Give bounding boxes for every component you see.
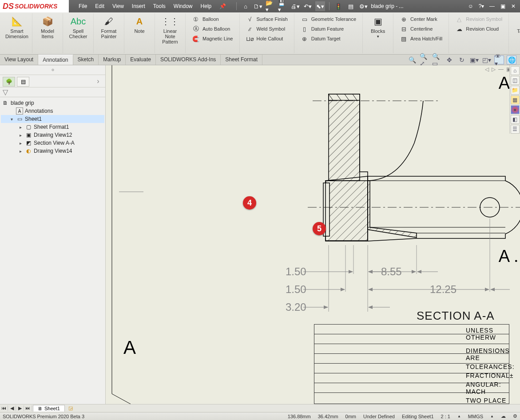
auto-balloon-button[interactable]: ⒶAuto Balloon (190, 24, 235, 33)
select-icon[interactable]: ⬉▾ (315, 1, 325, 11)
note-button[interactable]: ANote (127, 14, 152, 35)
rotate-icon[interactable]: ↻ (457, 55, 467, 64)
tp-appearances-icon[interactable]: ● (511, 105, 520, 114)
sheet-tab-1[interactable]: 🗎Sheet1 (33, 405, 65, 412)
model-items-button[interactable]: 📦Model Items (35, 14, 60, 40)
hole-callout-button[interactable]: ⊔⌀Hole Callout (244, 34, 290, 43)
spell-checker-button[interactable]: AbcSpell Checker (66, 14, 91, 40)
tab-annotation[interactable]: Annotation (38, 55, 73, 65)
tab-sheet-format[interactable]: Sheet Format (221, 55, 262, 65)
tree-sheet1[interactable]: ▾▭Sheet1 (1, 115, 104, 123)
new-icon[interactable]: 🗋▾ (253, 1, 263, 11)
chevron-down-icon[interactable]: ▾ (9, 117, 14, 122)
status-gear-icon[interactable]: ⚙ (513, 413, 517, 419)
hide-show-icon[interactable]: 👁▾ (494, 55, 504, 64)
tp-resources-icon[interactable]: ◫ (511, 76, 520, 85)
fm-property-tab[interactable]: ▤ (17, 77, 29, 87)
menu-edit[interactable]: Edit (91, 1, 108, 11)
sheet-prev-icon[interactable]: ◀ (8, 405, 16, 411)
sheet-first-icon[interactable]: ⏮ (0, 405, 8, 411)
tree-view14[interactable]: ▸◐Drawing View14 (1, 147, 104, 155)
zoom-fit-icon[interactable]: 🔍⤢ (420, 55, 429, 64)
zoom-window-icon[interactable]: 🔍 (407, 55, 417, 64)
weld-symbol-button[interactable]: ⫽Weld Symbol (244, 24, 290, 33)
menu-view[interactable]: View (109, 1, 127, 11)
undo-icon[interactable]: ↶▾ (303, 1, 313, 11)
smart-dimension-button[interactable]: 📐Smart Dimension (4, 14, 29, 40)
menu-help[interactable]: Help (197, 1, 215, 11)
status-units-arrow-icon[interactable]: ▲ (490, 414, 494, 418)
sheet-next-icon[interactable]: ▶ (16, 405, 24, 411)
chevron-right-icon[interactable]: ▸ (18, 141, 23, 146)
zoom-area-icon[interactable]: 🔍▭ (432, 55, 442, 64)
help-search-icon[interactable]: ☺ (466, 2, 476, 11)
appearance-icon[interactable]: 🌐 (507, 55, 516, 64)
options-list-icon[interactable]: ▤ (346, 1, 356, 11)
chevron-right-icon[interactable]: ▸ (18, 149, 23, 154)
fm-tree-tab[interactable]: 🌳 (3, 77, 15, 87)
dim-5[interactable]: 12.25 (430, 283, 456, 295)
menu-window[interactable]: Window (170, 1, 196, 11)
display-style-icon[interactable]: ▣▾ (469, 55, 479, 64)
chevron-right-icon[interactable]: ▸ (18, 133, 23, 138)
status-scale[interactable]: 2 : 1 (441, 414, 450, 419)
tree-view12[interactable]: ▸▣Drawing View12 (1, 131, 104, 139)
tree-root[interactable]: 🗎blade grip (1, 99, 104, 107)
dim-2[interactable]: 1.50 (286, 283, 306, 295)
geo-tolerance-button[interactable]: ▭Geometric Tolerance (299, 15, 358, 24)
status-scale-arrow-icon[interactable]: ▲ (457, 414, 461, 418)
tree-sheet-format[interactable]: ▸▢Sheet Format1 (1, 123, 104, 131)
tree-section-view[interactable]: ▸◩Section View A-A (1, 139, 104, 147)
tab-sketch[interactable]: Sketch (73, 55, 99, 65)
datum-feature-button[interactable]: ▯Datum Feature (299, 24, 358, 33)
balloon-button[interactable]: ①Balloon (190, 15, 235, 24)
datum-target-button[interactable]: ⊕Datum Target (299, 34, 358, 43)
surface-finish-button[interactable]: √Surface Finish (244, 15, 290, 24)
tables-button[interactable]: ▦Tables▼ (512, 14, 520, 40)
3d-view-icon[interactable]: ◰▾ (482, 55, 492, 64)
centerline-button[interactable]: ⊟Centerline (398, 24, 444, 33)
menu-tools[interactable]: Tools (150, 1, 169, 11)
rebuild-icon[interactable]: 🚦 (333, 1, 343, 11)
magnetic-line-button[interactable]: 🧲Magnetic Line (190, 34, 235, 43)
blocks-button[interactable]: ▣Blocks▼ (365, 14, 390, 40)
add-sheet-icon[interactable]: ◲ (68, 405, 73, 411)
tp-library-icon[interactable]: 📁 (511, 86, 520, 95)
menu-file[interactable]: File (75, 1, 91, 11)
fm-expand-icon[interactable]: › (94, 77, 103, 85)
center-mark-button[interactable]: ⊕Center Mark (398, 15, 444, 24)
pan-icon[interactable]: ✥ (445, 55, 454, 64)
linear-note-button[interactable]: ⋮⋮Linear Note Pattern (158, 14, 183, 45)
format-painter-button[interactable]: 🖌Format Painter (96, 14, 121, 40)
tab-evaluate[interactable]: Evaluate (126, 55, 156, 65)
dim-4[interactable]: 8.55 (381, 265, 402, 277)
drawing-canvas[interactable]: ◁ ▷ — ▣ ✕ (106, 65, 520, 404)
print-icon[interactable]: 🖨▾ (290, 1, 300, 11)
panel-grip[interactable]: ∘ (0, 65, 105, 75)
pin-icon[interactable]: 📌 (216, 1, 230, 11)
maximize-icon[interactable]: ▣ (498, 2, 508, 11)
tab-addins[interactable]: SOLIDWORKS Add-Ins (156, 55, 221, 65)
save-icon[interactable]: 💾▾ (278, 1, 288, 11)
tab-markup[interactable]: Markup (99, 55, 126, 65)
open-icon[interactable]: 📂▾ (266, 1, 275, 11)
tp-home-icon[interactable]: ⌂ (511, 66, 520, 75)
tab-view-layout[interactable]: View Layout (0, 55, 38, 65)
tp-forum-icon[interactable]: ☰ (511, 125, 520, 134)
menu-insert[interactable]: Insert (128, 1, 149, 11)
area-hatch-button[interactable]: ▨Area Hatch/Fill (398, 34, 444, 43)
home-icon[interactable]: ⌂ (241, 1, 250, 11)
dim-1[interactable]: 1.50 (286, 265, 306, 277)
settings-icon[interactable]: ⚙▾ (358, 1, 368, 11)
close-icon[interactable]: ✕ (508, 2, 518, 11)
tp-custom-icon[interactable]: ◧ (511, 115, 520, 124)
sheet-last-icon[interactable]: ⏭ (24, 405, 32, 411)
tree-annotations[interactable]: AAnnotations (1, 107, 104, 115)
status-units[interactable]: MMGS (468, 414, 483, 419)
dim-3[interactable]: 3.20 (286, 301, 306, 313)
status-cloud-icon[interactable]: ☁ (501, 413, 506, 419)
chevron-right-icon[interactable]: ▸ (18, 125, 23, 130)
fm-filter[interactable]: ▽ (0, 87, 105, 97)
rev-cloud-button[interactable]: ☁Revision Cloud (453, 24, 504, 33)
tp-view-palette-icon[interactable]: ▦ (511, 95, 520, 104)
